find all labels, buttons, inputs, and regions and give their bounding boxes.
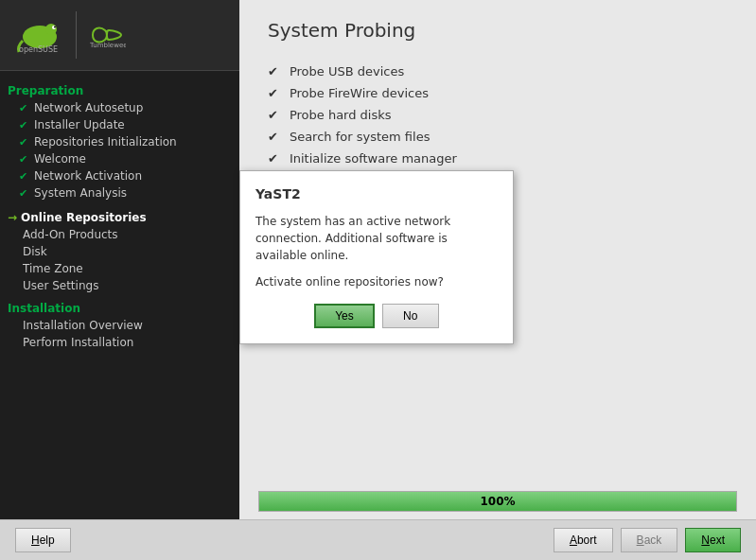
content-area: System Probing ✔ Probe USB devices ✔ Pro… [239, 0, 756, 519]
dialog-body: The system has an active network connect… [255, 213, 498, 264]
logo-divider [76, 11, 77, 59]
opensuse-logo: openSUSE [15, 16, 64, 54]
online-repositories-section: → Online Repositories Add-On Products Di… [0, 205, 239, 294]
help-button[interactable]: Help [15, 528, 71, 552]
sidebar-logo: openSUSE Tumbleweed [0, 0, 239, 71]
abort-label: Abort [570, 534, 597, 547]
sidebar-item-disk[interactable]: Disk [0, 243, 239, 260]
check-icon: ✔ [19, 170, 30, 183]
opensuse-chameleon-icon: openSUSE [15, 16, 64, 54]
sidebar-item-installer-update[interactable]: ✔ Installer Update [0, 116, 239, 133]
check-icon: ✔ [19, 102, 30, 114]
sidebar-item-welcome[interactable]: ✔ Welcome [0, 150, 239, 167]
svg-point-1 [45, 24, 57, 35]
help-underline: Help [31, 534, 55, 547]
sidebar-navigation: Preparation ✔ Network Autosetup ✔ Instal… [0, 71, 239, 519]
sidebar-item-perform-installation[interactable]: Perform Installation [0, 334, 239, 351]
preparation-section: Preparation ✔ Network Autosetup ✔ Instal… [0, 79, 239, 201]
dialog-title: YaST2 [255, 186, 498, 201]
yast2-dialog: YaST2 The system has an active network c… [239, 170, 514, 344]
progress-bar-container: 100% [258, 491, 737, 512]
sidebar-item-network-activation[interactable]: ✔ Network Activation [0, 167, 239, 184]
sidebar-item-time-zone[interactable]: Time Zone [0, 260, 239, 277]
main-layout: openSUSE Tumbleweed Preparation ✔ Networ… [0, 0, 756, 519]
abort-button[interactable]: Abort [554, 528, 613, 552]
progress-area: 100% [239, 483, 756, 519]
check-icon: ✔ [19, 153, 30, 166]
sidebar-item-add-on-products[interactable]: Add-On Products [0, 226, 239, 243]
installation-section-title: Installation [0, 298, 239, 317]
sidebar-item-repositories-init[interactable]: ✔ Repositories Initialization [0, 133, 239, 150]
check-icon: ✔ [19, 187, 30, 200]
sidebar-item-user-settings[interactable]: User Settings [0, 277, 239, 294]
back-button[interactable]: Back [621, 528, 678, 552]
svg-point-3 [54, 26, 56, 28]
yes-button[interactable]: Yes [314, 304, 375, 328]
back-label: Back [637, 534, 662, 547]
installation-section: Installation Installation Overview Perfo… [0, 298, 239, 351]
content-body: System Probing ✔ Probe USB devices ✔ Pro… [239, 0, 756, 483]
dialog-question: Activate online repositories now? [255, 275, 498, 289]
bottom-bar: Help Abort Back Next [0, 519, 756, 560]
check-icon: ✔ [19, 136, 30, 149]
arrow-icon: → [8, 211, 17, 224]
dialog-buttons: Yes No [255, 304, 498, 328]
sidebar-item-system-analysis[interactable]: ✔ System Analysis [0, 184, 239, 201]
right-button-group: Abort Back Next [554, 528, 741, 552]
check-icon: ✔ [19, 119, 30, 131]
sidebar: openSUSE Tumbleweed Preparation ✔ Networ… [0, 0, 239, 519]
svg-text:Tumbleweed: Tumbleweed [89, 42, 126, 49]
svg-text:openSUSE: openSUSE [19, 45, 58, 54]
tumbleweed-logo: Tumbleweed [88, 16, 126, 54]
tumbleweed-icon: Tumbleweed [88, 16, 126, 54]
dialog-overlay: YaST2 The system has an active network c… [239, 0, 756, 483]
no-button[interactable]: No [382, 304, 439, 328]
sidebar-item-installation-overview[interactable]: Installation Overview [0, 317, 239, 334]
sidebar-item-network-autosetup[interactable]: ✔ Network Autosetup [0, 99, 239, 116]
progress-label: 100% [480, 495, 515, 508]
preparation-section-title: Preparation [0, 79, 239, 99]
next-button[interactable]: Next [685, 528, 741, 552]
online-repositories-title[interactable]: → Online Repositories [0, 205, 239, 226]
next-label: Next [701, 534, 725, 547]
